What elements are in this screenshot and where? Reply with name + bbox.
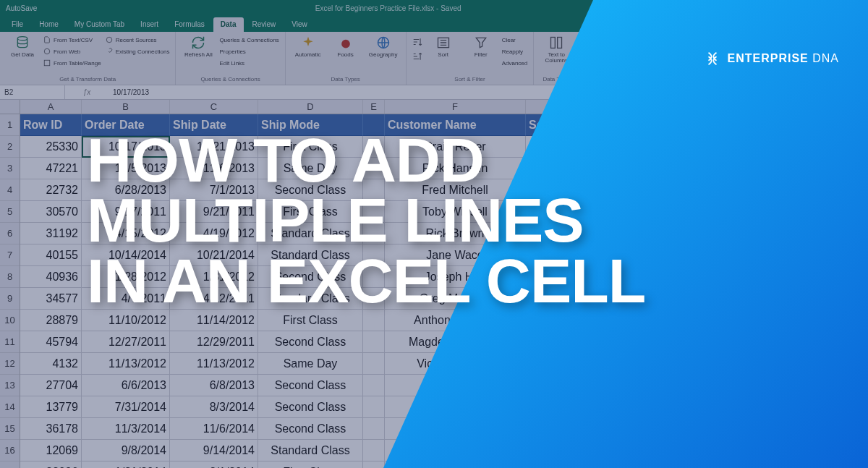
cell[interactable] — [526, 331, 649, 353]
cell[interactable]: 9/8/2014 — [82, 440, 170, 461]
cell[interactable]: First Class — [258, 136, 363, 158]
sort-za-button[interactable] — [412, 49, 422, 64]
row-header-7[interactable]: 7 — [0, 244, 20, 266]
cell[interactable]: First Class — [258, 310, 363, 331]
cell[interactable]: Same Day — [258, 158, 363, 179]
from-table-button[interactable]: From Table/Range — [43, 58, 101, 68]
row-header-16[interactable]: 16 — [0, 440, 20, 461]
cell[interactable]: 9/17/2011 — [82, 201, 170, 223]
cell[interactable]: Second Class — [258, 179, 363, 201]
clear-filter-button[interactable]: Clear — [502, 35, 528, 45]
cell[interactable]: Second Class — [258, 266, 363, 288]
row-header-2[interactable]: 2 — [0, 136, 20, 158]
row-header-5[interactable]: 5 — [0, 201, 20, 223]
cell[interactable]: Standard Class — [258, 288, 363, 310]
cell[interactable]: Toby Winsell — [385, 201, 526, 223]
tab-review[interactable]: Review — [245, 17, 284, 32]
cell[interactable]: Craig Reiter — [385, 136, 526, 158]
select-all-corner[interactable] — [0, 100, 20, 114]
cell[interactable]: Joseph Holt — [385, 266, 526, 288]
cell[interactable]: Ben Peterman — [385, 396, 526, 418]
spreadsheet[interactable]: ABCDEFG 1234567891011121314151617 Row ID… — [0, 100, 868, 468]
row-header-12[interactable]: 12 — [0, 353, 20, 375]
row-header-1[interactable]: 1 — [0, 114, 20, 136]
cell[interactable]: 11/13/2012 — [82, 353, 170, 375]
datatype-geography-button[interactable]: Geography — [367, 35, 400, 58]
cell[interactable]: Rick Hansen — [385, 158, 526, 179]
row-header-15[interactable]: 15 — [0, 418, 20, 440]
cell[interactable]: 6/6/2013 — [82, 375, 170, 396]
row-header-8[interactable]: 8 — [0, 266, 20, 288]
cell[interactable]: 4132 — [20, 353, 82, 375]
cell[interactable]: 30570 — [20, 201, 82, 223]
datatype-automatic-button[interactable]: Automatic — [292, 35, 325, 58]
tab-view[interactable]: View — [284, 17, 315, 32]
cell[interactable]: 36178 — [20, 418, 82, 440]
cell[interactable] — [363, 223, 385, 244]
cell[interactable]: 4/15/2012 — [82, 223, 170, 244]
cell[interactable]: Thomas Boland — [385, 418, 526, 440]
edit-links-button[interactable]: Edit Links — [219, 58, 278, 68]
table-header-cell[interactable]: Customer Name — [385, 114, 526, 136]
cell[interactable]: Consumer — [526, 136, 649, 158]
filter-button[interactable]: Filter — [464, 35, 498, 58]
get-data-button[interactable]: Get Data — [6, 35, 39, 58]
row-header-6[interactable]: 6 — [0, 223, 20, 244]
cell[interactable]: 10/21/2014 — [170, 244, 258, 266]
name-box[interactable]: B2 — [0, 85, 65, 99]
cell[interactable]: 40155 — [20, 244, 82, 266]
cell[interactable]: 11/14/2012 — [170, 310, 258, 331]
cell[interactable] — [526, 223, 649, 244]
cell[interactable]: 4/19/2012 — [170, 223, 258, 244]
cell[interactable]: 8/3/2014 — [170, 396, 258, 418]
cell[interactable]: 11/6/2014 — [170, 418, 258, 440]
cell[interactable] — [363, 331, 385, 353]
cell[interactable] — [526, 396, 649, 418]
cell[interactable]: 1/31/2012 — [170, 266, 258, 288]
from-text-csv-button[interactable]: From Text/CSV — [43, 35, 101, 45]
cell[interactable] — [363, 136, 385, 158]
cell[interactable] — [526, 201, 649, 223]
table-header-cell[interactable] — [363, 114, 385, 136]
cell[interactable]: 7/1/2013 — [170, 179, 258, 201]
cell[interactable]: Same Day — [258, 353, 363, 375]
refresh-all-button[interactable]: Refresh All — [182, 35, 215, 58]
cell[interactable]: 11/10/2012 — [82, 310, 170, 331]
search-input[interactable]: Search (Alt+Q) — [739, 2, 862, 14]
cell[interactable] — [526, 353, 649, 375]
cell[interactable] — [526, 179, 649, 201]
cell[interactable] — [363, 288, 385, 310]
cell[interactable]: Rick Brown — [385, 223, 526, 244]
cell[interactable]: 47221 — [20, 158, 82, 179]
sort-az-button[interactable] — [412, 35, 422, 49]
cell[interactable]: Fred Mitchell — [385, 179, 526, 201]
cell[interactable] — [526, 461, 649, 468]
cell[interactable] — [363, 396, 385, 418]
col-header-F[interactable]: F — [385, 100, 526, 114]
cell[interactable]: Anthony Jacobs — [385, 310, 526, 331]
tab-file[interactable]: File — [4, 17, 30, 32]
cell[interactable] — [526, 375, 649, 396]
row-header-10[interactable]: 10 — [0, 310, 20, 331]
col-header-B[interactable]: B — [82, 100, 170, 114]
cell[interactable]: 34577 — [20, 288, 82, 310]
row-header-17[interactable]: 17 — [0, 461, 20, 468]
advanced-filter-button[interactable]: Advanced — [502, 58, 528, 68]
cell[interactable]: Standard Class — [258, 440, 363, 461]
cell[interactable] — [363, 201, 385, 223]
cell[interactable] — [526, 266, 649, 288]
formula-input[interactable]: 10/17/2013 — [109, 88, 868, 96]
table-header-cell[interactable]: Ship Date — [170, 114, 258, 136]
cell[interactable]: 22096 — [20, 461, 82, 468]
cell[interactable]: Second Class — [258, 375, 363, 396]
cell[interactable]: 28879 — [20, 310, 82, 331]
cell[interactable]: 13779 — [20, 396, 82, 418]
cell[interactable]: 27704 — [20, 375, 82, 396]
cell[interactable]: Standard Class — [258, 223, 363, 244]
row-header-9[interactable]: 9 — [0, 288, 20, 310]
cell[interactable]: Second Class — [258, 331, 363, 353]
cell[interactable]: First Class — [258, 201, 363, 223]
tab-data[interactable]: Data — [213, 17, 244, 32]
cell[interactable]: 6/8/2013 — [170, 375, 258, 396]
row-header-4[interactable]: 4 — [0, 179, 20, 201]
